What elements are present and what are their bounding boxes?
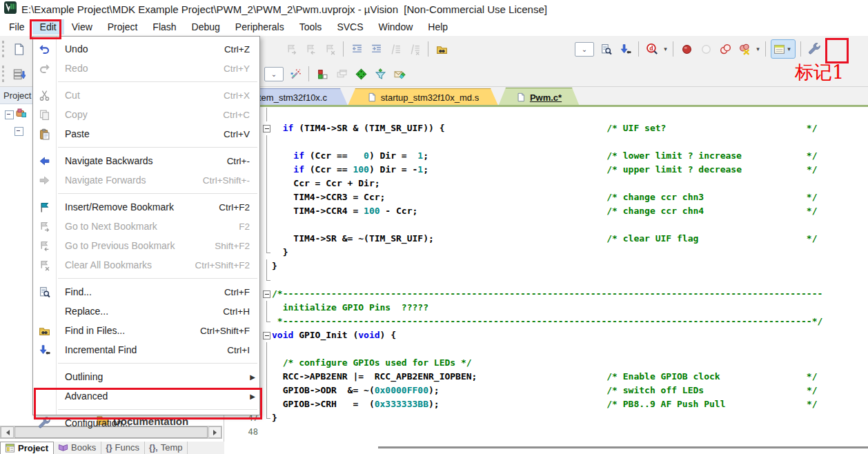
code-line[interactable]: 41void GPIO_Init (void) { bbox=[224, 328, 868, 342]
menu-flash[interactable]: Flash bbox=[145, 19, 184, 34]
menu-window[interactable]: Window bbox=[371, 19, 421, 34]
menu-item-cut[interactable]: CutCtrl+X bbox=[33, 86, 259, 105]
kill-all-breakpoints-button[interactable] bbox=[736, 40, 753, 58]
menu-item-replace[interactable]: Replace...Ctrl+H bbox=[33, 302, 259, 321]
indent-button[interactable] bbox=[367, 40, 385, 58]
code-line[interactable]: 30 Ccr = Ccr + Dir; bbox=[224, 177, 868, 190]
code-line[interactable]: 38/*------------------------------------… bbox=[224, 287, 868, 301]
code-line[interactable]: 43 /* configure GPIOs used for LEDs */ bbox=[224, 356, 868, 370]
menu-project[interactable]: Project bbox=[100, 19, 146, 34]
panel-tab-books[interactable]: Books bbox=[54, 442, 101, 454]
configuration-wrench-button[interactable] bbox=[805, 40, 823, 58]
menu-item-find-in-files[interactable]: Find in Files...Ctrl+Shift+F bbox=[33, 321, 259, 340]
menu-item-outlining[interactable]: Outlining▶ bbox=[33, 367, 259, 386]
find-in-files-button[interactable] bbox=[433, 40, 451, 58]
select-packs-button[interactable] bbox=[371, 65, 389, 83]
fold-collapse-icon[interactable] bbox=[261, 121, 272, 135]
panel-tab-temp[interactable]: {},Temp bbox=[145, 442, 188, 454]
menu-debug[interactable]: Debug bbox=[184, 19, 228, 34]
menu-tools[interactable]: Tools bbox=[292, 19, 330, 34]
new-file-button[interactable] bbox=[10, 40, 28, 58]
save-all-button[interactable] bbox=[10, 65, 28, 83]
menu-item-copy[interactable]: CopyCtrl+C bbox=[33, 105, 259, 124]
comment-selection-button[interactable] bbox=[386, 40, 404, 58]
dropdown-caret[interactable]: ▾ bbox=[785, 46, 793, 52]
menu-item-redo[interactable]: RedoCtrl+Y bbox=[33, 59, 259, 78]
menu-item-advanced[interactable]: Advanced▶ bbox=[33, 386, 259, 406]
disable-all-breakpoints-button[interactable] bbox=[716, 40, 734, 58]
menu-item-go-to-previous-bookmark[interactable]: Go to Previous BookmarkShift+F2 bbox=[33, 236, 259, 255]
disable-breakpoint-button[interactable] bbox=[697, 40, 715, 58]
insert-bookmark-button[interactable] bbox=[263, 40, 281, 58]
scroll-left-button[interactable] bbox=[1, 426, 14, 438]
next-bookmark-button[interactable] bbox=[282, 40, 300, 58]
menu-view[interactable]: View bbox=[64, 19, 100, 34]
tree-collapse-icon[interactable] bbox=[5, 110, 14, 119]
editor-tab-startup-stm32f10x-md-s[interactable]: startup_stm32f10x_md.s bbox=[348, 88, 498, 106]
menu-item-navigate-backwards[interactable]: Navigate BackwardsCtrl+- bbox=[33, 151, 259, 170]
code-line[interactable]: 25 bbox=[224, 108, 868, 121]
editor-bottom-splitter[interactable] bbox=[378, 446, 868, 448]
menu-item-go-to-next-bookmark[interactable]: Go to Next BookmarkF2 bbox=[33, 217, 259, 236]
code-line[interactable]: 47} bbox=[224, 411, 868, 425]
bookmark-select-combo[interactable]: ⌄ bbox=[575, 42, 594, 57]
code-line[interactable]: 39 initialize GPIO Pins ????? bbox=[224, 301, 868, 315]
menu-peripherals[interactable]: Peripherals bbox=[228, 19, 292, 34]
project-tree-target-node[interactable] bbox=[5, 108, 27, 121]
clear-bookmarks-button[interactable] bbox=[321, 40, 339, 58]
panel-tab-funcs[interactable]: {}Funcs bbox=[101, 442, 145, 454]
tree-collapse-icon[interactable] bbox=[14, 127, 23, 136]
manage-rte-button[interactable] bbox=[352, 65, 370, 83]
menu-help[interactable]: Help bbox=[420, 19, 455, 34]
toolbar-drag-handle[interactable] bbox=[2, 41, 6, 57]
code-line[interactable]: 31 TIM4->CCR3 = Ccr; /* change ccr chn3 … bbox=[224, 190, 868, 204]
code-line[interactable]: 36} bbox=[224, 259, 868, 273]
code-line[interactable]: 48 bbox=[224, 425, 868, 439]
code-line[interactable]: 42 bbox=[224, 342, 868, 356]
debug-windows-button[interactable]: ▾ bbox=[771, 39, 796, 59]
incremental-find-button[interactable] bbox=[616, 40, 634, 58]
project-tree-group-node[interactable] bbox=[14, 127, 23, 136]
panel-tab-project[interactable]: Project bbox=[0, 442, 54, 454]
dropdown-caret[interactable]: ▾ bbox=[754, 46, 762, 52]
dropdown-caret[interactable]: ▾ bbox=[662, 46, 669, 52]
code-line[interactable]: 40 *------------------------------------… bbox=[224, 315, 868, 328]
code-line[interactable]: 26 if (TIM4->SR & (TIM_SR_UIF)) { /* UIF… bbox=[224, 121, 868, 135]
windows-stack-button[interactable] bbox=[333, 65, 351, 83]
menu-item-insert-remove-bookmark[interactable]: Insert/Remove BookmarkCtrl+F2 bbox=[33, 197, 259, 217]
code-view[interactable]: 2526 if (TIM4->SR & (TIM_SR_UIF)) { /* U… bbox=[224, 108, 868, 439]
menu-item-undo[interactable]: UndoCtrl+Z bbox=[33, 39, 259, 59]
editor-tab-pwm-c[interactable]: Pwm.c* bbox=[498, 88, 580, 106]
find-button[interactable] bbox=[597, 40, 615, 58]
menu-item-configuration[interactable]: Configuration... bbox=[33, 413, 259, 433]
toolbar-drag-handle[interactable] bbox=[2, 66, 6, 82]
menu-svcs[interactable]: SVCS bbox=[329, 19, 371, 34]
editor-area[interactable]: Pwm.c*startup_stm32f10x_md.system_stm32f… bbox=[224, 87, 868, 454]
pack-installer-button[interactable] bbox=[391, 65, 408, 83]
code-line[interactable]: 46 GPIOB->CRH = (0x333333BB); /* PB8..9 … bbox=[224, 397, 868, 411]
menu-item-clear-all-bookmarks[interactable]: Clear All BookmarksCtrl+Shift+F2 bbox=[33, 255, 259, 275]
code-line[interactable]: 28 if (Ccr == 0) Dir = 1; /* lower limit… bbox=[224, 149, 868, 163]
code-line[interactable]: 29 if (Ccr == 100) Dir = -1; /* upper li… bbox=[224, 163, 868, 177]
menu-item-find[interactable]: Find...Ctrl+F bbox=[33, 282, 259, 302]
configure-wizard-button[interactable] bbox=[286, 65, 304, 83]
code-line[interactable]: 44 RCC->APB2ENR |= RCC_APB2ENR_IOPBEN; /… bbox=[224, 370, 868, 384]
menu-edit[interactable]: Edit bbox=[32, 19, 64, 34]
menu-item-incremental-find[interactable]: Incremental FindCtrl+I bbox=[33, 340, 259, 359]
code-line[interactable]: 34 TIM4->SR &= ~(TIM_SR_UIF); /* clear U… bbox=[224, 232, 868, 246]
download-flash-button[interactable] bbox=[313, 65, 331, 83]
code-line[interactable]: 37 bbox=[224, 273, 868, 287]
menu-item-paste[interactable]: PasteCtrl+V bbox=[33, 124, 259, 144]
code-line[interactable]: 45 GPIOB->ODR &= ~(0x0000FF00); /* switc… bbox=[224, 384, 868, 397]
unindent-button[interactable] bbox=[348, 40, 366, 58]
code-line[interactable]: 33 bbox=[224, 218, 868, 232]
search-at-button[interactable]: d bbox=[643, 40, 661, 58]
breakpoint-button[interactable] bbox=[678, 40, 696, 58]
target-select-combo[interactable]: ⌄ bbox=[264, 67, 284, 81]
menu-file[interactable]: File bbox=[1, 19, 32, 34]
previous-bookmark-button[interactable] bbox=[302, 40, 319, 58]
code-line[interactable]: 35 } bbox=[224, 246, 868, 259]
fold-collapse-icon[interactable] bbox=[261, 328, 272, 342]
code-line[interactable]: 32 TIM4->CCR4 = 100 - Ccr; /* change ccr… bbox=[224, 204, 868, 218]
code-line[interactable]: 27 bbox=[224, 135, 868, 149]
